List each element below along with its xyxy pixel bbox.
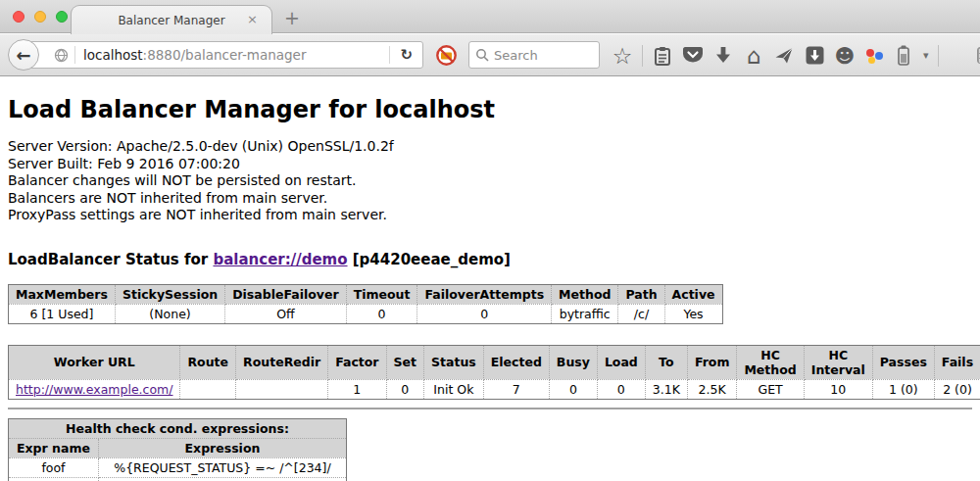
browser-tab[interactable]: Balancer Manager × (71, 5, 272, 34)
inherit-note-line: Balancers are NOT inherited from main se… (8, 190, 972, 208)
toolbar-separator (642, 45, 643, 67)
balancer-table: MaxMembers StickySession DisableFailover… (8, 284, 723, 324)
cell-busy: 0 (549, 379, 597, 399)
downloads-icon[interactable] (712, 46, 734, 65)
smiley-icon[interactable]: ☻ (834, 46, 856, 66)
balancer-data-row: 6 [1 Used] (None) Off 0 0 bytraffic /c/ … (9, 304, 723, 323)
header-hc-method: HC Method (737, 345, 804, 379)
cell-expression: hc('body') =~ /domain is established/ (98, 477, 346, 481)
cell-fails: 2 (0) (934, 379, 980, 399)
cell-factor: 1 (328, 379, 386, 399)
header-failoverattempts: FailoverAttempts (417, 284, 552, 304)
cell-active: Yes (664, 304, 722, 323)
header-maxmembers: MaxMembers (9, 284, 116, 304)
tab-close-icon[interactable]: × (247, 13, 258, 25)
url-path: :8880/balancer-manager (143, 47, 307, 63)
cell-maxmembers: 6 [1 Used] (9, 304, 116, 323)
header-timeout: Timeout (346, 284, 417, 304)
search-icon (475, 48, 489, 62)
health-title-row: Health check cond. expressions: (9, 418, 347, 438)
status-suffix: [p4420eeae_demo] (348, 251, 511, 268)
close-window-button[interactable] (13, 11, 24, 23)
toolbar-separator (938, 45, 939, 67)
send-plane-icon[interactable] (773, 46, 795, 66)
status-prefix: LoadBalancer Status for (8, 251, 213, 268)
cell-elected: 7 (483, 379, 549, 399)
cell-load: 0 (597, 379, 645, 399)
cell-method: bytraffic (552, 304, 618, 323)
header-expression: Expression (98, 438, 346, 457)
url-divider (74, 46, 75, 64)
bookmark-star-icon[interactable]: ☆ (612, 45, 633, 67)
cell-expr-name: foof2 (9, 477, 99, 481)
header-active: Active (664, 284, 722, 304)
cell-stickysession: (None) (115, 304, 224, 323)
url-host: localhost (83, 47, 143, 63)
cell-to: 3.1K (645, 379, 687, 399)
cell-failoverattempts: 0 (417, 304, 552, 323)
page-title: Load Balancer Manager for localhost (8, 96, 972, 123)
header-factor: Factor (328, 345, 386, 379)
globe-icon (54, 48, 69, 63)
health-check-table: Health check cond. expressions: Expr nam… (8, 418, 347, 481)
worker-table: Worker URL Route RouteRedir Factor Set S… (8, 345, 980, 400)
balancer-header-row: MaxMembers StickySession DisableFailover… (9, 284, 723, 304)
url-bar[interactable]: localhost:8880/balancer-manager ↻ (25, 41, 423, 69)
cell-route (180, 379, 236, 399)
colored-dots-extension-icon[interactable] (864, 47, 884, 65)
content-blocked-icon[interactable] (435, 44, 458, 71)
cell-status: Init Ok (424, 379, 484, 399)
pocket-icon[interactable] (682, 46, 704, 65)
header-disablefailover: DisableFailover (225, 284, 346, 304)
header-to: To (645, 345, 687, 379)
tab-groups-grid-icon[interactable] (976, 47, 980, 64)
proxypass-note-line: ProxyPass settings are NOT inherited fro… (8, 207, 972, 224)
header-expr-name: Expr name (9, 438, 99, 457)
header-worker-url: Worker URL (9, 345, 180, 379)
cell-disablefailover: Off (225, 304, 346, 323)
reload-icon[interactable]: ↻ (389, 46, 422, 64)
balancer-link[interactable]: balancer://demo (213, 251, 347, 268)
cell-set: 0 (386, 379, 423, 399)
header-method: Method (552, 284, 618, 304)
battery-extension-icon[interactable] (893, 45, 914, 66)
header-elected: Elected (483, 345, 549, 379)
browser-window: Balancer Manager × + ← localhost:8880/ba… (0, 0, 980, 481)
cell-worker-url: http://www.example.com/ (9, 379, 180, 399)
header-load: Load (597, 345, 645, 379)
cell-passes: 1 (0) (872, 379, 934, 399)
cell-hc-method: GET (737, 379, 804, 399)
server-version-line: Server Version: Apache/2.5.0-dev (Unix) … (8, 138, 972, 156)
header-fails: Fails (934, 345, 980, 379)
header-route: Route (180, 345, 236, 379)
health-header-row: Expr name Expression (9, 438, 347, 457)
cell-expression: %{REQUEST_STATUS} =~ /^[234]/ (98, 457, 346, 477)
overflow-caret-icon[interactable]: ▾ (923, 49, 929, 62)
home-icon[interactable]: ⌂ (743, 45, 764, 67)
clipboard-icon[interactable] (652, 46, 673, 66)
worker-url-link[interactable]: http://www.example.com/ (16, 382, 172, 397)
new-tab-button[interactable]: + (284, 7, 300, 28)
cell-timeout: 0 (346, 304, 417, 323)
cell-routeredir (236, 379, 328, 399)
search-box[interactable] (468, 41, 600, 69)
boxed-download-icon[interactable] (804, 46, 825, 65)
server-built-line: Server Built: Feb 9 2016 07:00:20 (8, 156, 972, 173)
header-status: Status (424, 345, 484, 379)
section-divider (8, 408, 972, 409)
minimize-window-button[interactable] (34, 11, 46, 23)
back-button[interactable]: ← (8, 39, 39, 71)
search-input[interactable] (494, 48, 582, 63)
cell-from: 2.5K (687, 379, 737, 399)
menu-hamburger-icon[interactable] (948, 48, 967, 63)
health-data-row: foof2 hc('body') =~ /domain is establish… (9, 477, 347, 481)
tab-title: Balancer Manager (118, 14, 224, 27)
worker-data-row: http://www.example.com/ 1 0 Init Ok 7 0 … (9, 379, 980, 399)
cell-hc-interval: 10 (804, 379, 872, 399)
titlebar: Balancer Manager × + (0, 0, 980, 33)
header-passes: Passes (872, 345, 934, 379)
cell-path: /c/ (618, 304, 664, 323)
header-stickysession: StickySession (115, 284, 224, 304)
header-path: Path (618, 284, 664, 304)
zoom-window-button[interactable] (56, 11, 68, 23)
